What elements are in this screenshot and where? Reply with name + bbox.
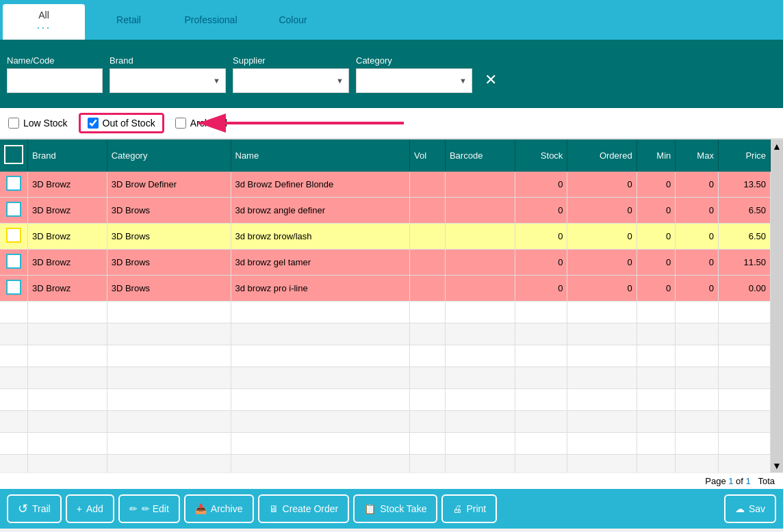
empty-cell	[410, 389, 446, 411]
empty-cell	[515, 389, 567, 411]
filter-supplier-wrapper	[233, 68, 349, 93]
scroll-down-icon[interactable]: ▼	[772, 460, 782, 471]
row-checkbox-col	[0, 198, 28, 224]
table-empty-row	[0, 345, 771, 367]
empty-cell	[107, 345, 231, 367]
row-check-box[interactable]	[6, 202, 21, 217]
cell-stock: 0	[515, 172, 567, 198]
header-stock: Stock	[515, 139, 567, 172]
cell-stock: 0	[515, 276, 567, 302]
table-empty-row	[0, 323, 771, 345]
header-category: Category	[107, 139, 231, 172]
empty-cell	[231, 389, 410, 411]
stock-take-button[interactable]: 📋 Stock Take	[353, 494, 437, 523]
empty-cell	[567, 345, 637, 367]
empty-cell	[231, 433, 410, 455]
tab-retail[interactable]: Retail	[88, 0, 170, 40]
cell-barcode	[445, 250, 515, 276]
row-checkbox-col	[0, 224, 28, 250]
tab-all[interactable]: All ···	[3, 4, 85, 40]
top-tabs: All ··· Retail Professional Colour	[0, 0, 783, 40]
cell-price: 6.50	[718, 224, 770, 250]
header-checkbox-col	[0, 139, 28, 172]
print-button[interactable]: 🖨 Print	[441, 494, 497, 523]
cell-price: 6.50	[718, 198, 770, 224]
header-check-box[interactable]	[4, 145, 23, 164]
empty-cell	[718, 455, 770, 473]
clear-button[interactable]: ✕	[479, 68, 502, 92]
row-check-box[interactable]	[6, 228, 21, 243]
filter-category-select[interactable]	[356, 68, 472, 93]
add-button[interactable]: + Add	[66, 494, 114, 523]
empty-cell	[0, 389, 28, 411]
add-icon: +	[77, 503, 82, 514]
tab-professional[interactable]: Professional	[170, 0, 252, 40]
empty-cell	[0, 411, 28, 433]
archived-checkbox[interactable]	[175, 118, 186, 129]
empty-cell	[718, 433, 770, 455]
out-of-stock-checkbox[interactable]	[88, 118, 99, 129]
trail-icon: ↺	[18, 501, 28, 516]
empty-cell	[0, 323, 28, 345]
out-of-stock-checkbox-item[interactable]: Out of Stock	[88, 118, 155, 129]
cell-max: 0	[676, 172, 719, 198]
edit-button[interactable]: ✏ ✏ Edit	[118, 494, 180, 523]
main-content: Brand Category Name Vol Barcode Stock Or…	[0, 139, 783, 473]
cell-stock: 0	[515, 250, 567, 276]
filter-supplier-select[interactable]	[233, 68, 349, 93]
cell-vol	[410, 224, 446, 250]
filter-category-wrapper	[356, 68, 472, 93]
table-area: Brand Category Name Vol Barcode Stock Or…	[0, 139, 771, 473]
right-scrollbar[interactable]: ▲ ▼	[771, 139, 783, 473]
archived-checkbox-item[interactable]: Archived	[175, 118, 227, 129]
filter-name-group: Name/Code	[7, 55, 103, 93]
empty-cell	[567, 323, 637, 345]
cell-price: 13.50	[718, 172, 770, 198]
row-check-box[interactable]	[6, 280, 21, 295]
empty-cell	[515, 345, 567, 367]
tab-all-label: All	[38, 10, 49, 21]
filter-brand-group: Brand	[110, 55, 226, 93]
filter-name-input[interactable]	[7, 68, 103, 93]
empty-cell	[28, 367, 107, 389]
table-row: 3D Browz 3D Brow Definer 3d Browz Define…	[0, 172, 771, 198]
low-stock-checkbox[interactable]	[8, 118, 19, 129]
row-checkbox-col	[0, 172, 28, 198]
low-stock-checkbox-item[interactable]: Low Stock	[8, 118, 68, 129]
low-stock-label: Low Stock	[23, 118, 68, 129]
save-button[interactable]: ☁ Sav	[724, 494, 776, 523]
filter-brand-select[interactable]	[110, 68, 226, 93]
scroll-up-icon[interactable]: ▲	[772, 141, 782, 152]
row-checkbox-col	[0, 250, 28, 276]
table-empty-row	[0, 455, 771, 473]
header-ordered: Ordered	[567, 139, 637, 172]
cell-brand: 3D Browz	[28, 172, 107, 198]
empty-cell	[28, 433, 107, 455]
row-check-box[interactable]	[6, 254, 21, 269]
cell-vol	[410, 250, 446, 276]
archive-button[interactable]: 📥 Archive	[184, 494, 254, 523]
cell-category: 3D Brows	[107, 224, 231, 250]
empty-cell	[567, 411, 637, 433]
empty-cell	[515, 367, 567, 389]
trail-button[interactable]: ↺ Trail	[7, 494, 62, 523]
row-check-box[interactable]	[6, 176, 21, 191]
empty-cell	[231, 302, 410, 323]
cell-category: 3D Brows	[107, 276, 231, 302]
tab-colour[interactable]: Colour	[252, 0, 334, 40]
cell-price: 0.00	[718, 276, 770, 302]
empty-cell	[637, 411, 676, 433]
empty-cell	[107, 455, 231, 473]
cell-min: 0	[637, 198, 676, 224]
table-empty-row	[0, 411, 771, 433]
bottom-toolbar: ↺ Trail + Add ✏ ✏ Edit 📥 Archive 🖥 Creat…	[0, 489, 783, 529]
products-table: Brand Category Name Vol Barcode Stock Or…	[0, 139, 771, 473]
empty-cell	[567, 389, 637, 411]
cell-price: 11.50	[718, 250, 770, 276]
pagination-text: Page 1 of 1 Tota	[705, 476, 775, 486]
empty-cell	[676, 411, 719, 433]
table-empty-row	[0, 302, 771, 323]
cell-brand: 3D Browz	[28, 250, 107, 276]
create-order-button[interactable]: 🖥 Create Order	[258, 494, 350, 523]
header-name: Name	[231, 139, 410, 172]
